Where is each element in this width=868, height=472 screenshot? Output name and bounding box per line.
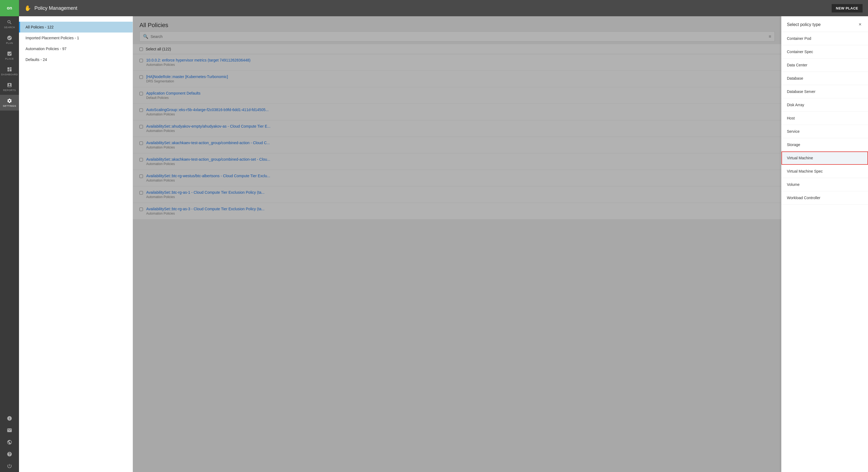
nav-all-policies[interactable]: All Policies - 122 [19,22,133,33]
policy-type-item-storage[interactable]: Storage [781,138,868,151]
sidebar-item-dashboard[interactable]: DASHBOARD [0,63,19,79]
sidebar-item-search-label: SEARCH [4,26,15,29]
overlay [133,16,781,472]
sidebar-item-dashboard-label: DASHBOARD [1,73,18,76]
sidebar: on SEARCH PLAN PLACE DASHBOARD REPORTS S… [0,0,19,472]
sidebar-item-info[interactable] [0,412,19,424]
sidebar-item-reports-label: REPORTS [3,89,16,92]
sidebar-item-globe[interactable] [0,436,19,448]
left-panel: All Policies - 122 Imported Placement Po… [19,16,133,472]
sidebar-item-place-label: PLACE [5,58,14,60]
policy-type-item-service[interactable]: Service [781,125,868,138]
policy-type-item-virtual-machine-spec[interactable]: Virtual Machine Spec [781,165,868,178]
hand-icon: ✋ [24,5,31,11]
page-title: Policy Management [34,5,828,11]
close-button[interactable]: × [858,22,863,27]
sidebar-item-mail[interactable] [0,424,19,436]
sidebar-bottom [0,412,19,472]
body-layout: All Policies - 122 Imported Placement Po… [19,16,868,472]
main-content: ✋ Policy Management NEW PLACE All Polici… [19,0,868,472]
sidebar-item-settings[interactable]: SETTINGS [0,95,19,110]
policy-type-list: Container PodContainer SpecData CenterDa… [781,32,868,472]
nav-defaults[interactable]: Defaults - 24 [19,54,133,65]
policy-type-item-virtual-machine[interactable]: Virtual Machine [781,151,868,165]
header: ✋ Policy Management NEW PLACE [19,0,868,16]
nav-automation[interactable]: Automation Policies - 97 [19,43,133,54]
policy-type-item-container-spec[interactable]: Container Spec [781,45,868,59]
sidebar-logo[interactable]: on [0,0,19,16]
sidebar-item-settings-label: SETTINGS [3,105,16,107]
policy-type-item-workload-controller[interactable]: Workload Controller [781,191,868,205]
policy-type-item-host[interactable]: Host [781,112,868,125]
policy-type-item-volume[interactable]: Volume [781,178,868,191]
sidebar-item-help[interactable] [0,448,19,460]
sidebar-item-reports[interactable]: REPORTS [0,79,19,95]
logo-text: on [7,6,12,10]
policy-type-item-disk-array[interactable]: Disk Array [781,98,868,112]
policy-type-item-data-center[interactable]: Data Center [781,59,868,72]
sidebar-item-place[interactable]: PLACE [0,48,19,63]
new-place-button[interactable]: NEW PLACE [832,4,863,12]
sidebar-item-power[interactable] [0,460,19,472]
policy-type-panel: Select policy type × Container PodContai… [781,16,868,472]
sidebar-item-search[interactable]: SEARCH [0,16,19,32]
policy-type-title: Select policy type [787,22,821,27]
center-panel: All Policies 🔍 ≡ Select all (122) 10.0.0… [133,16,781,472]
nav-imported[interactable]: Imported Placement Policies - 1 [19,33,133,43]
sidebar-item-plan[interactable]: PLAN [0,32,19,48]
policy-type-item-database-server[interactable]: Database Server [781,85,868,98]
sidebar-item-plan-label: PLAN [6,42,13,44]
policy-type-panel-header: Select policy type × [781,16,868,32]
policy-type-item-container-pod[interactable]: Container Pod [781,32,868,45]
policy-type-item-database[interactable]: Database [781,72,868,85]
